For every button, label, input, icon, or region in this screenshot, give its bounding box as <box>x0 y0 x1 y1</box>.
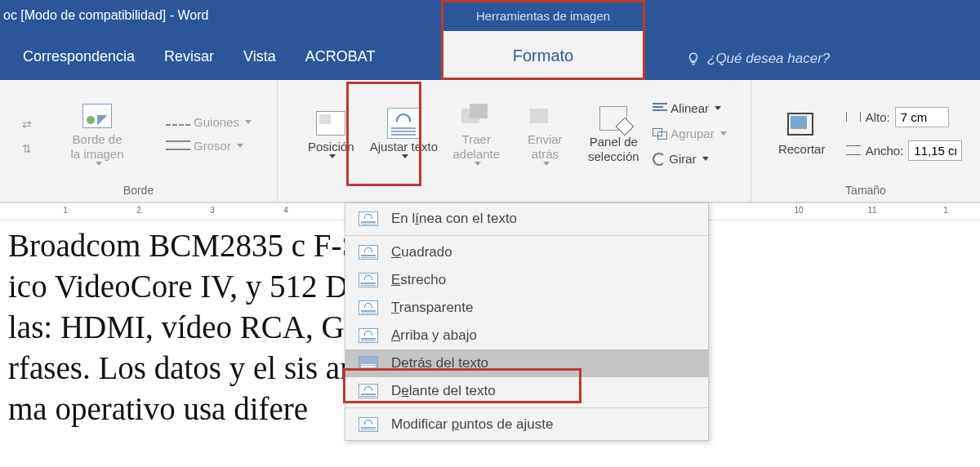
guiones-button[interactable]: Guiones <box>163 113 255 131</box>
group-tamano: Recortar Alto: Ancho: Tamaño <box>751 80 980 202</box>
group-borde: ⇄ ⇅ Borde de la imagen Guiones Grosor Bo… <box>0 80 278 202</box>
tab-formato[interactable]: Formato <box>441 31 645 80</box>
ancho-label: Ancho: <box>866 144 904 158</box>
chevron-down-icon <box>245 120 252 124</box>
align-icon <box>653 103 667 114</box>
ruler-mark: 3 <box>210 206 215 215</box>
tab-correspondencia[interactable]: Correspondencia <box>20 37 138 80</box>
window-title: oc [Modo de compatibilidad] - Word <box>0 8 208 23</box>
contextual-tab-label: Herramientas de imagen <box>476 9 610 23</box>
chevron-down-icon <box>96 162 102 166</box>
group-label-organizar <box>513 182 516 200</box>
weight-icon <box>166 140 190 150</box>
menu-through[interactable]: Transparente <box>345 294 708 322</box>
tab-acrobat[interactable]: ACROBAT <box>302 37 379 80</box>
borde-imagen-button[interactable]: Borde de la imagen <box>65 98 130 169</box>
chevron-down-icon <box>543 162 550 166</box>
group-icon <box>653 128 667 140</box>
chevron-down-icon <box>329 154 336 158</box>
picture-border-icon <box>81 101 114 131</box>
agrupar-button[interactable]: Agrupar <box>649 125 729 142</box>
front-icon <box>357 382 380 400</box>
wrap-text-menu: En línea con el texto Cuadrado Estrecho … <box>345 202 709 441</box>
square-icon <box>357 243 380 261</box>
menu-behind[interactable]: Detrás del texto <box>345 349 708 377</box>
menu-edit-points[interactable]: Modificar puntos de ajuste <box>345 411 708 438</box>
ruler-mark: 1 <box>63 206 68 215</box>
dashes-icon <box>166 118 190 126</box>
alto-label: Alto: <box>866 110 890 124</box>
edit-points-icon <box>357 416 380 434</box>
wrap-text-icon <box>387 109 420 138</box>
title-bar: oc [Modo de compatibilidad] - Word Herra… <box>0 0 980 31</box>
chevron-down-icon <box>702 157 709 161</box>
menu-front[interactable]: Delante del texto <box>345 377 708 405</box>
tell-me-placeholder: ¿Qué desea hacer? <box>707 51 830 67</box>
girar-button[interactable]: Girar <box>649 150 711 167</box>
group-label-borde: Borde <box>123 182 154 200</box>
recortar-button[interactable]: Recortar <box>769 108 835 160</box>
tab-vista[interactable]: Vista <box>240 37 279 80</box>
height-icon <box>846 112 861 122</box>
menu-separator <box>345 407 708 408</box>
send-backward-icon <box>528 101 561 131</box>
crop-icon <box>786 111 818 140</box>
selection-pane-icon <box>597 104 630 133</box>
ancho-input[interactable] <box>908 140 962 161</box>
chevron-down-icon <box>237 144 243 148</box>
ruler-mark: 2 <box>136 206 141 215</box>
menu-separator <box>345 235 708 236</box>
bring-forward-icon <box>460 101 492 131</box>
tab-formato-label: Formato <box>513 47 573 65</box>
group-organizar: Posición Ajustar texto Traer adelante En… <box>278 80 751 202</box>
flip-h-icon[interactable]: ⇄ <box>22 118 32 131</box>
rotate-icon <box>653 153 666 166</box>
position-icon <box>314 109 347 138</box>
behind-icon <box>357 354 380 372</box>
panel-seleccion-button[interactable]: Panel de selección <box>581 100 646 167</box>
lightbulb-icon <box>686 51 701 66</box>
menu-inline[interactable]: En línea con el texto <box>345 205 708 233</box>
through-icon <box>357 299 380 317</box>
contextual-tab-header: Herramientas de imagen <box>441 0 645 31</box>
tell-me-search[interactable]: ¿Qué desea hacer? <box>686 51 830 67</box>
chevron-down-icon <box>474 162 481 166</box>
borde-small-icons: ⇄ ⇅ <box>22 113 32 155</box>
alinear-button[interactable]: Alinear <box>649 100 724 117</box>
ancho-row: Ancho: <box>846 140 963 161</box>
ruler-mark: 4 <box>283 206 288 215</box>
ribbon: ⇄ ⇅ Borde de la imagen Guiones Grosor Bo… <box>0 80 980 202</box>
tab-revisar[interactable]: Revisar <box>161 37 217 80</box>
chevron-down-icon <box>715 106 721 110</box>
grosor-button[interactable]: Grosor <box>163 137 247 154</box>
menu-tight[interactable]: Estrecho <box>345 266 708 294</box>
alto-row: Alto: <box>846 107 949 127</box>
chevron-down-icon <box>720 131 727 136</box>
ruler-mark: 11 <box>867 206 876 215</box>
width-icon <box>846 145 861 155</box>
ruler-mark: 10 <box>794 206 803 215</box>
ribbon-tabs: Correspondencia Revisar Vista ACROBAT Fo… <box>0 31 980 80</box>
ruler-mark: 1 <box>943 206 948 215</box>
enviar-atras-button[interactable]: Enviar atrás <box>512 98 577 169</box>
inline-icon <box>357 210 380 228</box>
traer-adelante-button[interactable]: Traer adelante <box>443 98 509 169</box>
posicion-button[interactable]: Posición <box>298 105 363 162</box>
alto-input[interactable] <box>895 107 949 127</box>
topbottom-icon <box>357 327 380 345</box>
ajustar-texto-button[interactable]: Ajustar texto <box>367 105 440 162</box>
menu-square[interactable]: Cuadrado <box>345 238 708 266</box>
flip-v-icon[interactable]: ⇅ <box>22 142 32 155</box>
tight-icon <box>357 271 380 289</box>
group-label-tamano: Tamaño <box>845 182 886 200</box>
menu-topbottom[interactable]: Arriba y abajo <box>345 322 708 349</box>
chevron-down-icon <box>402 154 408 158</box>
